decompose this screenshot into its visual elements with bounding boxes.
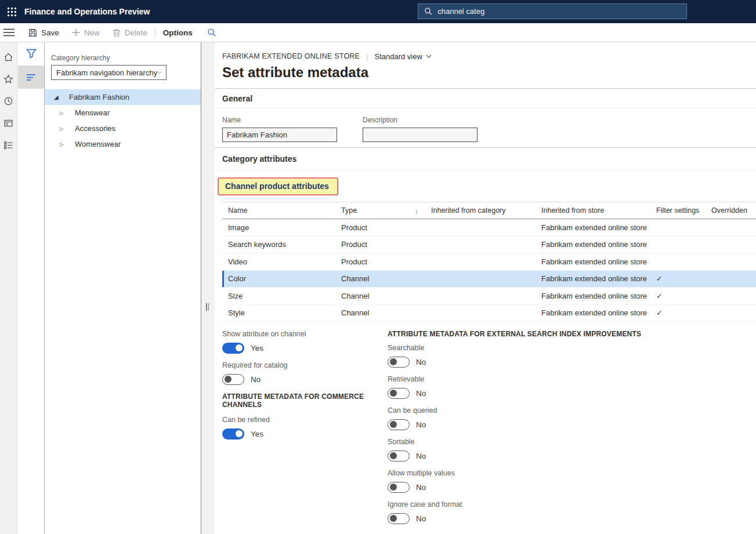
toggle-label: Sortable — [388, 438, 756, 446]
tree-item-label: Menswear — [75, 108, 110, 117]
toggle-allow-multiple-values[interactable] — [388, 482, 410, 493]
name-field[interactable] — [222, 128, 337, 142]
toggle-row: Yes — [222, 342, 388, 354]
toggle-sortable[interactable] — [388, 451, 410, 462]
app-bar: Finance and Operations Preview — [0, 0, 756, 23]
favorites-star-icon[interactable] — [0, 68, 17, 90]
toggles-right-column: ATTRIBUTE METADATA FOR EXTERNAL SEARCH I… — [388, 330, 756, 532]
breadcrumb[interactable]: FABRIKAM EXTENDED ONLINE STORE — [222, 52, 360, 60]
options-button[interactable]: Options — [157, 23, 199, 42]
global-search-input[interactable] — [437, 7, 681, 16]
cell-type: Channel — [335, 292, 425, 300]
cell-type: Product — [335, 240, 425, 249]
chevron-down-icon — [157, 71, 161, 75]
attribute-row-video[interactable]: VideoProductFabrikam extended online sto… — [222, 253, 756, 271]
tree-item-accessories[interactable]: ▷Accessories — [45, 121, 201, 136]
toolbar-search-icon[interactable] — [199, 28, 225, 37]
sort-descending-icon[interactable]: ↓ — [415, 206, 419, 215]
attribute-row-image[interactable]: ImageProductFabrikam extended online sto… — [222, 219, 756, 237]
hamburger-menu-icon[interactable] — [0, 23, 17, 42]
app-title: Finance and Operations Preview — [24, 7, 150, 16]
column-header-inherited-from-category[interactable]: Inherited from category — [425, 206, 536, 215]
toggle-value: No — [251, 375, 261, 384]
cell-type: Product — [335, 223, 425, 232]
toggle-value: No — [416, 389, 426, 398]
toggle-value: No — [416, 514, 426, 523]
toggle-knob — [390, 421, 397, 428]
toggle-label: Allow multiple values — [388, 469, 756, 477]
category-attributes-header[interactable]: Category attributes — [215, 148, 756, 171]
filter-settings-checkmark-icon: ✓ — [650, 308, 706, 317]
toggle-can-be-refined[interactable] — [222, 428, 244, 439]
tree-item-menswear[interactable]: ▷Menswear — [45, 105, 201, 121]
tree-expand-icon[interactable]: ▷ — [60, 110, 66, 116]
toggle-label: Can be refined — [222, 416, 388, 424]
plus-icon — [72, 28, 80, 37]
tree-expand-icon[interactable]: ▷ — [60, 126, 66, 132]
new-button[interactable]: New — [66, 23, 106, 42]
attribute-row-search-keywords[interactable]: Search keywordsProductFabrikam extended … — [222, 237, 756, 254]
hierarchy-dropdown[interactable]: Fabrikam navigation hierarchy — [51, 65, 167, 80]
workspaces-icon[interactable] — [0, 112, 17, 134]
column-header-filter-settings[interactable]: Filter settings — [650, 206, 706, 215]
page-title: Set attribute metadata — [222, 64, 756, 83]
tree-expand-icon[interactable]: ▷ — [60, 141, 66, 147]
hierarchy-panel-toggle-icon[interactable] — [18, 66, 44, 89]
toggle-show-attribute-on-channel[interactable] — [222, 343, 244, 354]
cell-type: Channel — [335, 308, 425, 317]
tree-item-fabrikam-fashion[interactable]: ◢Fabrikam Fashion — [45, 89, 201, 105]
column-header-name[interactable]: Name — [222, 206, 335, 215]
toggle-row: No — [222, 373, 388, 385]
tree-collapse-icon[interactable]: ◢ — [54, 94, 60, 100]
splitter-handle-icon[interactable] — [206, 303, 209, 311]
toggle-required-for-catalog[interactable] — [222, 374, 244, 385]
filter-settings-checkmark-icon: ✓ — [650, 292, 706, 300]
new-label: New — [84, 28, 100, 37]
toggle-field-required-for-catalog: Required for catalogNo — [222, 361, 388, 385]
toggle-label: Searchable — [388, 344, 756, 352]
view-selector-label: Standard view — [374, 52, 422, 61]
modules-list-icon[interactable] — [0, 134, 17, 156]
panel-tools — [17, 42, 45, 534]
attribute-row-color[interactable]: ColorChannelFabrikam extended online sto… — [222, 271, 756, 288]
save-label: Save — [41, 28, 59, 37]
view-selector[interactable]: Standard view — [374, 52, 431, 61]
toggle-searchable[interactable] — [388, 357, 410, 368]
panel-splitter[interactable] — [201, 42, 215, 534]
toggle-field-sortable: SortableNo — [388, 438, 756, 462]
general-section-header[interactable]: General — [215, 89, 756, 108]
home-icon[interactable] — [0, 46, 17, 68]
recent-clock-icon[interactable] — [0, 90, 17, 112]
toggle-knob — [390, 390, 397, 397]
channel-product-attributes-header[interactable]: Channel product attributes — [218, 177, 338, 195]
toggle-label: Can be queried — [388, 406, 756, 415]
column-header-inherited-from-store[interactable]: Inherited from store — [536, 206, 650, 215]
toggle-ignore-case-and-format[interactable] — [388, 513, 410, 524]
tree-item-womenswear[interactable]: ▷Womenswear — [45, 136, 201, 152]
filter-icon[interactable] — [17, 42, 45, 64]
toggle-knob — [236, 344, 243, 351]
toggle-can-be-queried[interactable] — [388, 419, 410, 430]
nav-rail — [0, 42, 17, 534]
cell-name: Style — [222, 308, 335, 317]
chevron-down-icon — [426, 55, 432, 58]
description-field[interactable] — [363, 128, 478, 142]
tree-item-label: Womenswear — [75, 140, 121, 148]
attribute-row-style[interactable]: StyleChannelFabrikam extended online sto… — [222, 305, 756, 322]
column-header-label: Inherited from category — [431, 206, 506, 215]
column-header-label: Name — [228, 206, 247, 215]
column-header-type[interactable]: Type↓ — [335, 206, 425, 215]
tree-item-label: Fabrikam Fashion — [69, 93, 129, 101]
delete-button[interactable]: Delete — [106, 23, 154, 42]
cell-type: Channel — [335, 274, 425, 283]
toggle-retrievable[interactable] — [388, 388, 410, 399]
attribute-row-size[interactable]: SizeChannelFabrikam extended online stor… — [222, 288, 756, 305]
toggle-value: Yes — [251, 344, 263, 353]
toggle-field-retrievable: RetrievableNo — [388, 375, 756, 399]
column-header-label: Filter settings — [656, 206, 699, 215]
app-launcher-icon[interactable] — [0, 0, 23, 23]
global-search-box[interactable] — [418, 3, 687, 19]
filter-settings-checkmark-icon: ✓ — [650, 274, 706, 283]
column-header-overridden[interactable]: Overridden — [706, 206, 756, 215]
save-button[interactable]: Save — [22, 23, 66, 42]
